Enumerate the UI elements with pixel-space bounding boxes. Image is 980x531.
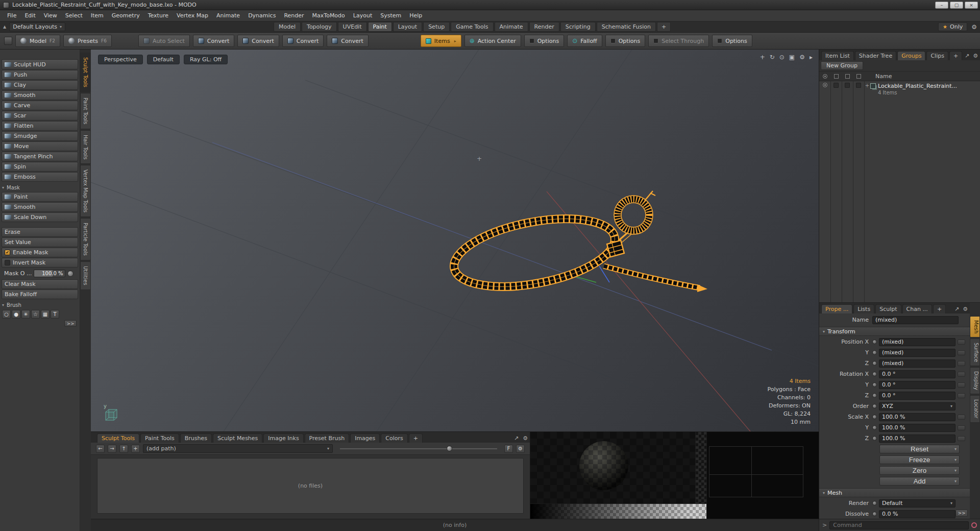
tab-item-list[interactable]: Item List — [821, 51, 854, 60]
tab-hair-tools[interactable]: Hair Tools — [80, 130, 91, 164]
menu-dynamics[interactable]: Dynamics — [244, 10, 280, 21]
tab-images[interactable]: Images — [350, 433, 380, 443]
projection-dropdown[interactable]: Perspective — [98, 55, 143, 64]
rotation-y-field[interactable]: 0.0 ° — [879, 381, 955, 389]
menu-maxtomodo[interactable]: MaxToModo — [308, 10, 349, 21]
mini-controls[interactable] — [958, 436, 965, 441]
mini-controls[interactable] — [958, 415, 965, 420]
orbit-icon[interactable]: ↻ — [770, 54, 775, 61]
3d-viewport[interactable]: + — [91, 50, 819, 431]
scale-x-field[interactable]: 100.0 % — [879, 413, 955, 421]
sculpt-tool-carve[interactable]: Carve — [2, 101, 78, 110]
tab-colors[interactable]: Colors — [381, 433, 407, 443]
tab-lists[interactable]: Lists — [853, 304, 874, 313]
layout-tab-render[interactable]: Render — [529, 22, 559, 32]
sculpt-tool-smooth[interactable]: Smooth — [2, 90, 78, 100]
erase-button[interactable]: Erase — [2, 227, 78, 237]
panel-settings-icon[interactable]: ⚙ — [973, 53, 978, 59]
tab-utilities[interactable]: Utilities — [80, 261, 91, 290]
channel-toggle[interactable] — [872, 415, 877, 419]
group-row-restraint-cuff[interactable]: + Lockable_Plastic_Restraint... 4 Items — [819, 81, 980, 96]
menu-geometry[interactable]: Geometry — [108, 10, 144, 21]
invert-mask-checkbox-row[interactable]: Invert Mask — [2, 258, 78, 268]
layout-tab-animate[interactable]: Animate — [495, 22, 528, 32]
mini-controls[interactable] — [958, 361, 965, 366]
layout-tab-schematic-fusion[interactable]: Schematic Fusion — [597, 22, 656, 32]
mini-controls[interactable] — [958, 350, 965, 355]
tab-particle-tools[interactable]: Particle Tools — [80, 218, 91, 260]
thumbnail-size-slider[interactable] — [340, 448, 497, 449]
sculpt-tool-spin[interactable]: Spin — [2, 162, 78, 172]
brush-tip-hard-icon[interactable]: ● — [12, 310, 20, 319]
viewport-settings-icon[interactable]: ⚙ — [799, 54, 805, 61]
menu-help[interactable]: Help — [405, 10, 426, 21]
tab-clips[interactable]: Clips — [926, 51, 948, 60]
mask-tool-smooth[interactable]: Smooth — [2, 202, 78, 212]
up-directory-icon[interactable]: ↑ — [119, 445, 128, 453]
channel-toggle[interactable] — [872, 501, 877, 505]
mesh-section-header[interactable]: ▾ Mesh — [819, 488, 970, 497]
add-panel-tab-button[interactable]: + — [949, 51, 962, 60]
brush-preview-pane[interactable] — [530, 432, 706, 519]
layout-tab-game-tools[interactable]: Game Tools — [451, 22, 493, 32]
mask-opacity-field[interactable]: 100.0 % — [34, 270, 65, 277]
panel-settings-icon[interactable]: ⚙ — [523, 435, 528, 442]
zoom-icon[interactable]: ⊙ — [779, 54, 785, 61]
action-center-button[interactable]: ⊕ Action Center — [464, 35, 521, 47]
sculpt-tool-move[interactable]: Move — [2, 141, 78, 151]
tab-properties[interactable]: Prope ... — [821, 304, 852, 313]
tab-groups[interactable]: Groups — [897, 51, 925, 60]
shading-dropdown[interactable]: Default — [147, 55, 180, 64]
new-group-button[interactable]: New Group — [821, 61, 863, 70]
filter-toggle[interactable] — [845, 83, 850, 88]
tab-brushes[interactable]: Brushes — [180, 433, 212, 443]
minimize-button[interactable]: – — [935, 2, 948, 9]
preset-file-area[interactable]: (no files) — [97, 458, 524, 514]
falloff-options-button[interactable]: Options — [605, 35, 645, 47]
channel-toggle[interactable] — [872, 382, 877, 387]
panel-settings-icon[interactable]: ⚙ — [963, 306, 968, 312]
sculpt-tool-smudge[interactable]: Smudge — [2, 131, 78, 141]
mask-tool-scale-down[interactable]: Scale Down — [2, 212, 78, 222]
tab-sculpt-meshes[interactable]: Sculpt Meshes — [213, 433, 262, 443]
layouts-home-icon[interactable]: ▲ — [3, 25, 6, 29]
layout-tab-layout[interactable]: Layout — [393, 22, 422, 32]
raygl-toggle[interactable]: Ray GL: Off — [184, 55, 228, 64]
command-input[interactable]: Command — [829, 521, 969, 529]
default-layouts-dropdown[interactable]: Default Layouts ▾ — [9, 22, 65, 31]
form-tab-mesh[interactable]: Mesh — [970, 316, 980, 337]
tab-shader-tree[interactable]: Shader Tree — [855, 51, 896, 60]
tab-channels[interactable]: Chan ... — [902, 304, 932, 313]
mini-controls[interactable] — [958, 393, 965, 398]
zero-button[interactable]: Zero ▾ — [879, 466, 960, 475]
expand-panel-icon[interactable]: ↗ — [965, 53, 969, 59]
sculpt-tool-push[interactable]: Push — [2, 70, 78, 80]
reset-button[interactable]: Reset ▾ — [879, 445, 960, 453]
layout-tab-paint[interactable]: Paint — [368, 22, 392, 32]
set-value-button[interactable]: Set Value — [2, 237, 78, 247]
menu-render[interactable]: Render — [280, 10, 308, 21]
lock-toggle[interactable] — [856, 83, 861, 88]
expand-group-icon[interactable]: + — [864, 83, 870, 89]
name-field[interactable]: (mixed) — [872, 316, 959, 324]
tab-image-inks[interactable]: Image Inks — [263, 433, 303, 443]
add-bottom-tab-button[interactable]: + — [409, 433, 423, 443]
dissolve-field[interactable]: 0.0 % — [879, 510, 955, 518]
clear-mask-button[interactable]: Clear Mask — [2, 279, 78, 289]
layout-tab-uvedit[interactable]: UVEdit — [338, 22, 367, 32]
channel-toggle[interactable] — [872, 361, 877, 366]
sculpt-tool-flatten[interactable]: Flatten — [2, 121, 78, 131]
expand-panel-icon[interactable]: ↗ — [954, 306, 959, 312]
tab-paint-tools[interactable]: Paint Tools — [80, 93, 91, 129]
expand-panel-icon[interactable]: ↗ — [514, 435, 519, 442]
mini-controls[interactable] — [958, 425, 965, 430]
add-panel-tab-button[interactable]: + — [933, 304, 946, 313]
mini-controls[interactable] — [958, 340, 965, 345]
rotation-x-field[interactable]: 0.0 ° — [879, 370, 955, 378]
convert-button-4[interactable]: Convert — [327, 35, 369, 47]
position-z-field[interactable]: (mixed) — [879, 359, 955, 368]
browser-settings-icon[interactable]: ⚙ — [516, 445, 525, 453]
brush-tip-airbrush-icon[interactable]: ✳ — [21, 310, 30, 319]
channel-toggle[interactable] — [872, 436, 877, 441]
back-icon[interactable]: ← — [96, 445, 105, 453]
